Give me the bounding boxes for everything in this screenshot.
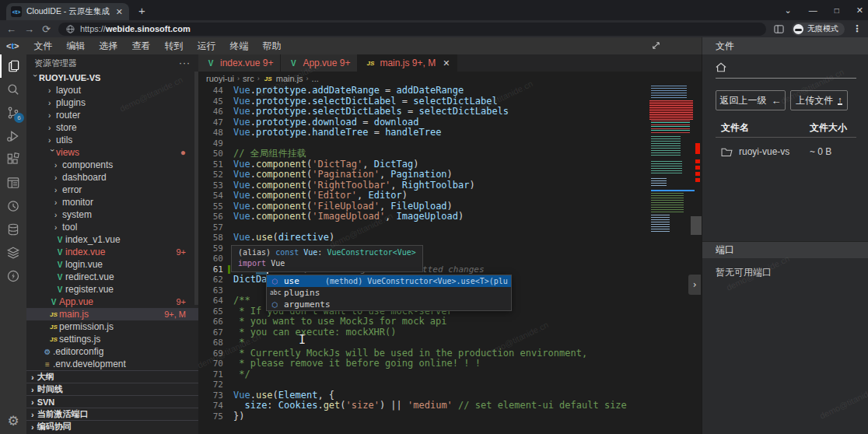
tree-item-dashboard[interactable]: ›dashboard bbox=[26, 171, 198, 184]
tree-item-utils[interactable]: ›utils bbox=[26, 134, 198, 146]
breadcrumb-item[interactable]: src bbox=[243, 74, 254, 83]
tree-item-monitor[interactable]: ›monitor bbox=[26, 196, 198, 208]
sidebar-section-SVN[interactable]: ›SVN bbox=[26, 395, 198, 408]
minimap[interactable] bbox=[649, 86, 693, 434]
suggest-item-plugins[interactable]: abcplugins bbox=[267, 287, 511, 299]
scrollbar-thumb[interactable] bbox=[691, 216, 702, 235]
line-number: 55 bbox=[198, 201, 223, 212]
line-number: 46 bbox=[198, 107, 223, 117]
minimap-block bbox=[651, 215, 670, 232]
gutter bbox=[223, 170, 233, 180]
tree-item-index_v1.vue[interactable]: Vindex_v1.vue bbox=[26, 233, 198, 246]
chevron-icon: › bbox=[48, 86, 56, 95]
new-tab-button[interactable]: + bbox=[138, 4, 145, 17]
overview-ruler[interactable] bbox=[695, 86, 702, 434]
source-control-icon[interactable]: 6 bbox=[0, 101, 26, 124]
tree-item-.editorconfig[interactable]: ⚙.editorconfig bbox=[26, 345, 198, 358]
side-panel-icon[interactable] bbox=[774, 24, 784, 34]
right-panel-header: 文件 bbox=[702, 37, 868, 54]
explorer-icon[interactable] bbox=[0, 54, 26, 78]
menu-item-文件[interactable]: 文件 bbox=[27, 40, 60, 51]
code-line-56: 56Vue.component('ImageUpload', ImageUplo… bbox=[198, 212, 702, 222]
upload-file-button[interactable]: 上传文件 ↑ bbox=[790, 90, 848, 110]
tree-item-settings.js[interactable]: JSsettings.js bbox=[26, 333, 198, 345]
menu-item-终端[interactable]: 终端 bbox=[223, 40, 256, 51]
report-preview-icon[interactable] bbox=[0, 171, 26, 194]
explorer-more-icon[interactable]: ··· bbox=[179, 58, 191, 68]
tree-item-layout[interactable]: ›layout bbox=[26, 84, 198, 96]
tab-close-icon[interactable]: ✕ bbox=[114, 7, 124, 17]
menu-item-选择[interactable]: 选择 bbox=[93, 40, 125, 51]
sidebar-section-编码协同[interactable]: ›编码协同 bbox=[26, 420, 198, 432]
address-bar[interactable]: https://webide.sinosoft.com bbox=[58, 23, 766, 36]
maximize-icon[interactable]: □ bbox=[835, 6, 839, 15]
editor-tab-index.vue[interactable]: Vindex.vue 9+ bbox=[198, 54, 281, 72]
tree-item-redirect.vue[interactable]: Vredirect.vue bbox=[26, 271, 198, 283]
code-line-44: 44Vue.prototype.addDateRange = addDateRa… bbox=[198, 86, 702, 96]
editor-tab-main.js[interactable]: JSmain.js 9+, M✕ bbox=[358, 54, 457, 72]
browser-tab[interactable]: <t> CloudIDE - 云原生集成开发环境 ✕ bbox=[6, 3, 129, 20]
breadcrumb-item[interactable]: ruoyi-ui bbox=[206, 74, 234, 83]
tree-item-register.vue[interactable]: Vregister.vue bbox=[26, 283, 198, 296]
breadcrumb-item[interactable]: main.js bbox=[276, 74, 303, 83]
reload-icon[interactable]: ⟳ bbox=[42, 24, 51, 34]
tree-item-tool[interactable]: ›tool bbox=[26, 221, 198, 233]
power-tools-icon[interactable] bbox=[0, 264, 26, 288]
tree-item-label: App.vue bbox=[59, 296, 93, 307]
breadcrumb[interactable]: ruoyi-ui›src›JSmain.js›... bbox=[198, 72, 702, 86]
tree-item-permission.js[interactable]: JSpermission.js bbox=[26, 320, 198, 333]
menu-item-运行[interactable]: 运行 bbox=[191, 40, 223, 51]
ports-section-header[interactable]: 端口 bbox=[702, 241, 868, 258]
sidebar-section-当前激活端口[interactable]: ›当前激活端口 bbox=[26, 408, 198, 420]
vue-icon: V bbox=[54, 248, 65, 257]
suggest-item-arguments[interactable]: ⬡arguments bbox=[267, 299, 511, 310]
chrome-menu-chevron-icon[interactable]: ⌄ bbox=[785, 5, 792, 16]
sidebar-section-大纲[interactable]: ›大纲 bbox=[26, 370, 198, 383]
minimize-icon[interactable]: — bbox=[809, 5, 817, 15]
tree-item-plugins[interactable]: ›plugins bbox=[26, 96, 198, 109]
tree-item-index.vue[interactable]: Vindex.vue9+ bbox=[26, 246, 198, 258]
tree-item-router[interactable]: ›router bbox=[26, 109, 198, 121]
tree-item-.env.development[interactable]: ≡.env.development bbox=[26, 358, 198, 370]
tree-item-store[interactable]: ›store bbox=[26, 121, 198, 134]
extensions-icon[interactable] bbox=[0, 148, 26, 171]
run-debug-icon[interactable] bbox=[0, 124, 26, 148]
tree-item-label: plugins bbox=[56, 97, 86, 108]
tree-item-components[interactable]: ›components bbox=[26, 159, 198, 171]
line-number: 73 bbox=[198, 390, 223, 401]
browser-more-icon[interactable]: ⋮ bbox=[852, 23, 862, 34]
menu-item-编辑[interactable]: 编辑 bbox=[60, 40, 93, 51]
search-icon[interactable] bbox=[0, 78, 26, 101]
toggle-fullscreen-icon[interactable] bbox=[651, 40, 661, 51]
tree-item-App.vue[interactable]: VApp.vue9+ bbox=[26, 296, 198, 308]
forward-icon[interactable]: → bbox=[24, 24, 34, 34]
home-icon[interactable] bbox=[716, 62, 726, 72]
menu-item-转到[interactable]: 转到 bbox=[158, 40, 191, 51]
incognito-badge: 无痕模式 bbox=[792, 23, 845, 36]
file-row[interactable]: ruoyi-vue-vs ~ 0 B bbox=[721, 146, 856, 157]
layers-icon[interactable] bbox=[0, 241, 26, 264]
tree-item-views[interactable]: ›views● bbox=[26, 146, 198, 159]
menu-item-查看[interactable]: 查看 bbox=[125, 40, 158, 51]
tree-item-login.vue[interactable]: Vlogin.vue bbox=[26, 258, 198, 271]
tree-item-label: layout bbox=[56, 85, 81, 96]
chevron-icon: › bbox=[54, 173, 62, 182]
editor-tab-App.vue[interactable]: VApp.vue 9+ bbox=[281, 54, 358, 72]
close-icon[interactable]: ✕ bbox=[856, 5, 863, 16]
tree-item-error[interactable]: ›error bbox=[26, 184, 198, 196]
tree-item-main.js[interactable]: JSmain.js9+, M bbox=[26, 308, 198, 320]
sidebar-section-时间线[interactable]: ›时间线 bbox=[26, 383, 198, 395]
code-editor[interactable]: 44Vue.prototype.addDateRange = addDateRa… bbox=[198, 86, 702, 434]
settings-gear-icon[interactable]: ⚙ bbox=[0, 413, 26, 429]
suggest-item-use[interactable]: ⬡use(method) VueConstructor<Vue>.use<T>(… bbox=[267, 275, 511, 287]
tab-close-icon[interactable]: ✕ bbox=[443, 58, 450, 68]
back-icon[interactable]: ← bbox=[6, 24, 16, 34]
panel-toggle-chevron[interactable]: › bbox=[688, 275, 701, 295]
go-up-button[interactable]: 返回上一级 ← bbox=[716, 90, 786, 110]
menu-item-帮助[interactable]: 帮助 bbox=[256, 40, 289, 51]
timeline-history-icon[interactable] bbox=[0, 194, 26, 218]
database-icon[interactable] bbox=[0, 218, 26, 241]
tree-item-system[interactable]: ›system bbox=[26, 208, 198, 221]
breadcrumb-item[interactable]: ... bbox=[312, 74, 319, 83]
tree-root[interactable]: ›RUOYI-VUE-VS bbox=[26, 72, 198, 84]
